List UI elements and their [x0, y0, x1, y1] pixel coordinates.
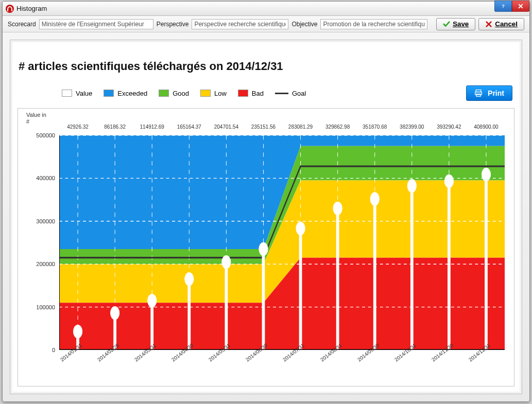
window-close-button[interactable] — [512, 1, 529, 12]
svg-rect-3 — [476, 94, 480, 97]
svg-point-45 — [482, 168, 490, 181]
app-icon — [6, 5, 14, 13]
objective-input[interactable] — [320, 19, 427, 29]
scorecard-input[interactable] — [39, 19, 153, 29]
x-ticks: 2014/01/312014/02/282014/03/312014/04/30… — [59, 353, 505, 384]
print-button-label: Print — [488, 89, 504, 97]
y-tick-label: 500000 — [36, 132, 55, 138]
value-label: 382399.00 — [393, 124, 431, 132]
cancel-button[interactable]: Cancel — [478, 18, 524, 30]
svg-point-39 — [370, 192, 379, 205]
legend-good: Good — [159, 90, 189, 97]
svg-point-29 — [185, 273, 194, 286]
perspective-input[interactable] — [192, 19, 288, 29]
value-label: 86186.32 — [96, 124, 133, 132]
svg-point-35 — [296, 222, 305, 235]
plot-area — [59, 135, 505, 350]
y-tick-label: 300000 — [36, 218, 55, 224]
svg-point-25 — [110, 307, 119, 320]
content-panel: # articles scientifiques téléchargés on … — [10, 40, 522, 394]
value-label: 283081.29 — [282, 124, 319, 132]
legend-low: Low — [200, 90, 227, 97]
titlebar: Histogram ? — [3, 2, 529, 16]
cancel-button-label: Cancel — [495, 20, 518, 28]
legend-bad: Bad — [238, 90, 264, 97]
value-label: 204701.54 — [208, 124, 245, 132]
y-tick-label: 100000 — [36, 304, 55, 310]
swatch-good — [159, 90, 169, 97]
legend: Value Exceeded Good Low Bad Goal — [18, 82, 514, 108]
save-button[interactable]: Save — [436, 18, 475, 30]
toolbar: Scorecard Perspective Objective Save Can… — [3, 16, 529, 32]
swatch-goal-line — [275, 93, 288, 94]
window-help-button[interactable]: ? — [494, 1, 512, 12]
print-icon — [474, 89, 483, 97]
perspective-label: Perspective — [157, 21, 189, 28]
legend-low-label: Low — [214, 90, 227, 97]
svg-point-33 — [259, 242, 268, 255]
svg-point-37 — [333, 202, 342, 215]
check-icon — [443, 21, 450, 28]
swatch-exceeded — [104, 90, 114, 97]
svg-text:?: ? — [502, 4, 505, 9]
y-axis-label: Value in# — [26, 112, 46, 125]
chart-area: Value in# 42926.3286186.32114912.6916516… — [18, 108, 514, 387]
svg-point-41 — [407, 180, 416, 192]
y-tick-label: 400000 — [36, 175, 55, 181]
value-label: 114912.69 — [133, 124, 170, 132]
value-label: 42926.32 — [59, 124, 96, 132]
value-label: 329862.98 — [319, 124, 356, 132]
print-button[interactable]: Print — [466, 85, 512, 101]
legend-good-label: Good — [173, 90, 189, 97]
value-labels-row: 42926.3286186.32114912.69165164.37204701… — [59, 124, 505, 132]
legend-goal-label: Goal — [292, 90, 306, 97]
swatch-bad — [238, 90, 248, 97]
window-title: Histogram — [16, 5, 47, 12]
value-label: 408900.00 — [468, 124, 505, 132]
legend-bad-label: Bad — [252, 90, 264, 97]
svg-point-43 — [444, 174, 453, 187]
value-label: 165164.37 — [170, 124, 208, 132]
legend-exceeded-label: Exceeded — [117, 90, 147, 97]
swatch-value — [62, 90, 72, 97]
legend-goal: Goal — [275, 90, 306, 97]
close-icon — [485, 21, 492, 28]
legend-value: Value — [62, 90, 92, 97]
svg-point-31 — [222, 256, 231, 269]
swatch-low — [200, 90, 211, 97]
y-ticks: 0100000200000300000400000500000 — [32, 135, 57, 350]
value-label: 393290.42 — [431, 124, 468, 132]
save-button-label: Save — [453, 20, 469, 28]
value-label: 351870.68 — [356, 124, 393, 132]
svg-point-23 — [73, 325, 82, 338]
legend-value-label: Value — [76, 90, 92, 97]
y-tick-label: 200000 — [36, 261, 55, 267]
objective-label: Objective — [291, 21, 317, 28]
legend-exceeded: Exceeded — [104, 90, 147, 97]
chart-title: # articles scientifiques téléchargés on … — [19, 60, 514, 73]
svg-point-27 — [148, 294, 157, 307]
y-tick-label: 0 — [52, 347, 55, 353]
chart-svg — [59, 135, 505, 350]
value-label: 235151.56 — [245, 124, 282, 132]
scorecard-label: Scorecard — [8, 21, 36, 28]
